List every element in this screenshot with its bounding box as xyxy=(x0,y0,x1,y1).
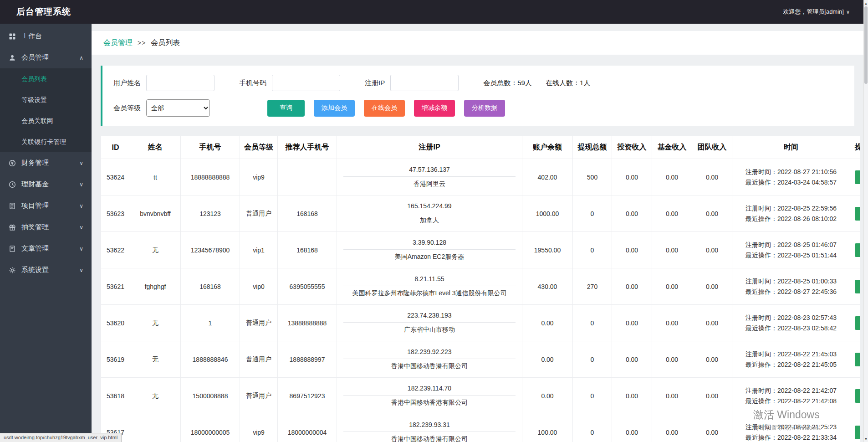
cell-time: 注册时间：2022-08-22 21:45:03最近操作：2022-08-22 … xyxy=(732,341,850,378)
cell-name: 无 xyxy=(130,378,181,414)
ip-field-group: 注册IP xyxy=(365,75,459,91)
total-members-stat: 会员总数：59人 xyxy=(483,79,532,87)
last-operation-time: 最近操作：2022-08-23 02:58:42 xyxy=(732,323,850,334)
last-operation-time: 最近操作：2024-03-24 04:58:57 xyxy=(732,177,850,188)
ip-location: 香港中国移动香港有限公司 xyxy=(343,396,516,407)
cell-referrer: 18000000004 xyxy=(278,414,337,442)
freeze-button[interactable]: 冻结 xyxy=(855,316,860,330)
column-header: 账户余额 xyxy=(522,136,573,159)
table-row: 5361718000000005vip918000000004182.239.9… xyxy=(101,414,860,442)
freeze-button[interactable]: 冻结 xyxy=(855,426,860,439)
coin-icon xyxy=(8,159,16,167)
freeze-button[interactable]: 冻结 xyxy=(855,243,860,257)
member-table: ID姓名手机号会员等级推荐人手机号注册IP账户余额提现总额投资收入基金收入团队收… xyxy=(101,136,860,442)
cell-phone: 18888888888 xyxy=(181,159,240,195)
gear-icon xyxy=(8,266,16,274)
level-select[interactable]: 全部 xyxy=(146,99,210,117)
filter-row-1: 用户姓名 手机号码 注册IP 会员总数：59人 在线人数：1人 xyxy=(113,75,843,91)
scrollbar-thumb[interactable] xyxy=(864,6,868,84)
freeze-button[interactable]: 冻结 xyxy=(855,389,860,403)
ip-label: 注册IP xyxy=(365,79,385,87)
sidebar-subitem[interactable]: 会员关联网 xyxy=(0,110,92,131)
scroll-up-icon[interactable]: ▲ xyxy=(864,0,868,6)
online-members-button[interactable]: 在线会员 xyxy=(364,100,405,117)
sidebar-item-system[interactable]: 系统设置∨ xyxy=(0,259,92,281)
user-icon xyxy=(8,54,16,62)
sidebar-menu: 工作台会员管理∧会员列表等级设置会员关联网关联银行卡管理财务管理∨理财基金∨项目… xyxy=(0,26,92,281)
sidebar: 工作台会员管理∧会员列表等级设置会员关联网关联银行卡管理财务管理∨理财基金∨项目… xyxy=(0,24,92,442)
cell-withdraw-total: 270 xyxy=(573,268,612,305)
table-row: 53622无12345678900vip11681683.39.90.128美国… xyxy=(101,232,860,268)
cell-invest-income: 0.00 xyxy=(612,305,652,341)
username-input[interactable] xyxy=(146,75,214,91)
cell-register-ip: 47.57.136.137香港阿里云 xyxy=(337,159,522,195)
cell-invest-income: 0.00 xyxy=(612,268,652,305)
admin-menu[interactable]: 欢迎您，管理员[admin] ∨ xyxy=(783,8,850,16)
register-ip-input[interactable] xyxy=(390,75,459,91)
cell-name: tt xyxy=(130,159,181,195)
register-time: 注册时间：2022-08-22 21:25:23 xyxy=(732,422,850,432)
freeze-button[interactable]: 冻结 xyxy=(855,207,860,221)
column-header: 手机号 xyxy=(181,136,240,159)
sidebar-item-article[interactable]: 文章管理∨ xyxy=(0,238,92,259)
chevron-down-icon: ∨ xyxy=(79,224,83,231)
phone-input[interactable] xyxy=(272,75,340,91)
freeze-button[interactable]: 冻结 xyxy=(855,353,860,366)
sidebar-item-fund[interactable]: 理财基金∨ xyxy=(0,174,92,195)
adjust-balance-button[interactable]: 增减余额 xyxy=(414,100,455,117)
sidebar-item-label: 财务管理 xyxy=(21,159,49,167)
query-button[interactable]: 查询 xyxy=(267,100,305,117)
sidebar-item-workbench[interactable]: 工作台 xyxy=(0,26,92,47)
scroll-down-icon[interactable]: ▼ xyxy=(864,436,868,442)
cell-actions: 冻结 xyxy=(850,341,860,378)
cell-referrer: 168168 xyxy=(278,195,337,232)
cell-team-income: 0.00 xyxy=(692,159,732,195)
table-clip: ID姓名手机号会员等级推荐人手机号注册IP账户余额提现总额投资收入基金收入团队收… xyxy=(101,136,860,442)
ip-location: 香港中国移动香港有限公司 xyxy=(343,359,516,370)
column-header: 提现总额 xyxy=(573,136,612,159)
column-header: 投资收入 xyxy=(612,136,652,159)
ip-location: 香港中国移动香港有限公司 xyxy=(343,432,516,442)
sidebar-subitem[interactable]: 会员列表 xyxy=(0,68,92,89)
member-table-card: ID姓名手机号会员等级推荐人手机号注册IP账户余额提现总额投资收入基金收入团队收… xyxy=(101,136,860,442)
filter-buttons: 查询添加会员在线会员增减余额分析数据 xyxy=(267,100,505,117)
cell-id: 53620 xyxy=(101,305,130,341)
sidebar-subitem[interactable]: 关联银行卡管理 xyxy=(0,131,92,152)
cell-time: 注册时间：2022-08-22 21:25:23最近操作：2022-08-22 … xyxy=(732,414,850,442)
cell-fund-income: 0.00 xyxy=(652,378,692,414)
analyze-data-button[interactable]: 分析数据 xyxy=(464,100,505,117)
freeze-button[interactable]: 冻结 xyxy=(855,170,860,184)
cell-team-income: 0.00 xyxy=(692,341,732,378)
register-time: 注册时间：2022-08-25 22:59:56 xyxy=(732,203,850,214)
add-member-button[interactable]: 添加会员 xyxy=(314,100,355,117)
column-header: ID xyxy=(101,136,130,159)
sidebar-item-member[interactable]: 会员管理∧ xyxy=(0,47,92,68)
cell-referrer xyxy=(278,159,337,195)
cell-level: 普通用户 xyxy=(240,378,278,414)
cell-withdraw-total: 0 xyxy=(573,305,612,341)
welcome-text: 欢迎您，管理员[admin] xyxy=(783,8,844,16)
table-row: 53619无1888888846普通用户1888888997182.239.92… xyxy=(101,341,860,378)
last-operation-time: 最近操作：2022-08-26 08:10:02 xyxy=(732,214,850,224)
ip-address: 165.154.224.99 xyxy=(343,202,516,213)
sidebar-subitem[interactable]: 等级设置 xyxy=(0,89,92,110)
ip-address: 3.39.90.128 xyxy=(343,239,516,250)
cell-phone: 1888888846 xyxy=(181,341,240,378)
ip-location: 香港阿里云 xyxy=(343,177,516,188)
breadcrumb-parent[interactable]: 会员管理 xyxy=(103,38,133,48)
file-icon xyxy=(8,245,16,253)
cell-balance: 1000.00 xyxy=(522,195,573,232)
cell-time: 注册时间：2022-08-25 01:46:07最近操作：2022-08-25 … xyxy=(732,232,850,268)
cell-withdraw-total: 0 xyxy=(573,195,612,232)
sidebar-item-lottery[interactable]: 抽奖管理∨ xyxy=(0,216,92,238)
cell-referrer: 13888888888 xyxy=(278,305,337,341)
freeze-button[interactable]: 冻结 xyxy=(855,280,860,293)
cell-name xyxy=(130,414,181,442)
cell-fund-income: 0.00 xyxy=(652,414,692,442)
cell-invest-income: 0.00 xyxy=(612,159,652,195)
sidebar-item-project[interactable]: 项目管理∨ xyxy=(0,195,92,216)
cell-withdraw-total: 0 xyxy=(573,414,612,442)
sidebar-item-finance[interactable]: 财务管理∨ xyxy=(0,152,92,174)
scrollbar[interactable]: ▲ ▼ xyxy=(863,0,868,442)
register-time: 注册时间：2022-08-25 01:46:07 xyxy=(732,240,850,250)
